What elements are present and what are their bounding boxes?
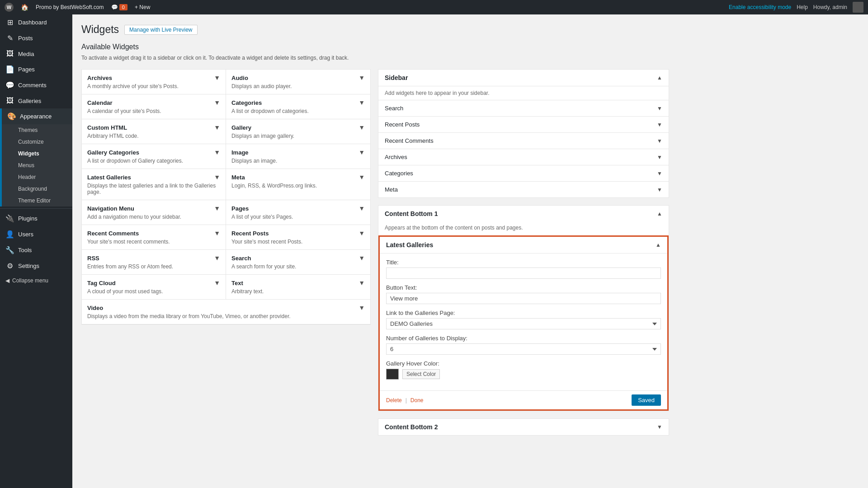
settings-icon: ⚙ (5, 262, 14, 270)
widget-expand-archives[interactable]: ▼ (214, 74, 220, 81)
recent-posts-chevron-icon: ▼ (657, 122, 662, 128)
latest-galleries-widget: Latest Galleries ▲ Title: Button Text: (378, 235, 669, 411)
widget-item-navigation-menu[interactable]: Navigation Menu ▼ Add a navigation menu … (82, 200, 226, 225)
widget-expand-text[interactable]: ▼ (359, 279, 365, 286)
admin-avatar (853, 2, 863, 13)
color-swatch[interactable] (386, 369, 399, 380)
lg-delete-link[interactable]: Delete (386, 397, 402, 404)
sidebar-item-dashboard[interactable]: ⊞Dashboard (0, 14, 72, 30)
tools-icon: 🔧 (5, 246, 14, 254)
saved-button[interactable]: Saved (632, 394, 661, 406)
sidebar-widget-recent-posts[interactable]: Recent Posts ▼ (378, 117, 669, 133)
sidebar-item-pages[interactable]: 📄Pages (0, 61, 72, 77)
sidebar-item-settings[interactable]: ⚙Settings (0, 258, 72, 274)
sidebar-item-posts[interactable]: ✎Posts (0, 30, 72, 46)
submenu-theme-editor[interactable]: Theme Editor (2, 195, 72, 206)
widget-item-recent-comments[interactable]: Recent Comments ▼ Your site's most recen… (82, 225, 226, 250)
widget-expand-recent-comments[interactable]: ▼ (214, 230, 220, 237)
lg-button-text-field: Button Text: (386, 284, 661, 304)
widget-item-latest-galleries[interactable]: Latest Galleries ▼ Displays the latest g… (82, 169, 226, 200)
widget-item-search[interactable]: Search ▼ A search form for your site. (226, 250, 370, 275)
widget-item-meta[interactable]: Meta ▼ Login, RSS, & WordPress.org links… (226, 169, 370, 200)
accessibility-link[interactable]: Enable accessibility mode (729, 4, 791, 10)
widget-expand-recent-posts[interactable]: ▼ (359, 230, 365, 237)
widget-expand-latest-galleries[interactable]: ▼ (214, 174, 220, 181)
widget-expand-audio[interactable]: ▼ (359, 74, 365, 81)
widget-item-video[interactable]: Video ▼ Displays a video from the media … (82, 300, 370, 324)
collapse-menu-button[interactable]: ◀ Collapse menu (0, 274, 72, 287)
widget-item-archives[interactable]: Archives ▼ A monthly archive of your sit… (82, 70, 226, 94)
submenu-customize[interactable]: Customize (2, 136, 72, 148)
widget-expand-rss[interactable]: ▼ (214, 254, 220, 262)
content-bottom-2-panel[interactable]: Content Bottom 2 ▼ (378, 418, 669, 436)
widget-expand-gallery[interactable]: ▼ (359, 124, 365, 131)
widget-expand-image[interactable]: ▼ (359, 149, 365, 156)
widget-expand-search[interactable]: ▼ (359, 254, 365, 262)
widget-expand-video[interactable]: ▼ (359, 304, 365, 311)
content-bottom-1-header[interactable]: Content Bottom 1 ▲ (378, 206, 669, 222)
lg-done-link[interactable]: Done (410, 397, 424, 404)
widget-expand-calendar[interactable]: ▼ (214, 99, 220, 106)
lg-number-field: Number of Galleries to Display: 6 (386, 335, 661, 355)
widget-item-gallery[interactable]: Gallery ▼ Displays an image gallery. (226, 119, 370, 144)
content-bottom-1-chevron-icon: ▲ (657, 211, 662, 217)
widget-item-categories[interactable]: Categories ▼ A list or dropdown of categ… (226, 94, 370, 119)
widget-expand-tag-cloud[interactable]: ▼ (214, 279, 220, 286)
submenu-background[interactable]: Background (2, 183, 72, 195)
widget-expand-meta[interactable]: ▼ (359, 174, 365, 181)
page-title-area: Widgets Manage with Live Preview (81, 23, 669, 36)
sidebar-widget-recent-comments[interactable]: Recent Comments ▼ (378, 133, 669, 149)
home-icon[interactable]: 🏠 (21, 4, 28, 11)
sidebar-panel-header[interactable]: Sidebar ▲ (378, 70, 669, 86)
dashboard-icon: ⊞ (5, 18, 14, 27)
sidebar-widget-meta[interactable]: Meta ▼ (378, 182, 669, 197)
widget-item-text[interactable]: Text ▼ Arbitrary text. (226, 275, 370, 300)
sidebar-item-users[interactable]: 👤Users (0, 226, 72, 242)
help-button[interactable]: Help (797, 4, 808, 10)
lg-button-text-input[interactable] (386, 293, 661, 304)
widget-item-calendar[interactable]: Calendar ▼ A calendar of your site's Pos… (82, 94, 226, 119)
collapse-arrow-icon: ◀ (5, 277, 9, 284)
sidebar-widget-search[interactable]: Search ▼ (378, 100, 669, 117)
sidebar-item-media[interactable]: 🖼Media (0, 46, 72, 61)
widget-item-image[interactable]: Image ▼ Displays an image. (226, 144, 370, 169)
widget-expand-pages[interactable]: ▼ (359, 205, 365, 212)
sidebar-widget-archives[interactable]: Archives ▼ (378, 149, 669, 165)
widget-item-rss[interactable]: RSS ▼ Entries from any RSS or Atom feed. (82, 250, 226, 275)
lg-hover-color-label: Gallery Hover Color: (386, 360, 661, 367)
widget-expand-navigation-menu[interactable]: ▼ (214, 205, 220, 212)
widget-item-custom-html[interactable]: Custom HTML ▼ Arbitrary HTML code. (82, 119, 226, 144)
live-preview-button[interactable]: Manage with Live Preview (124, 25, 197, 35)
lg-title-input[interactable] (386, 267, 661, 279)
sidebar-item-comments[interactable]: 💬Comments (0, 77, 72, 93)
widget-expand-custom-html[interactable]: ▼ (214, 124, 220, 131)
comment-count[interactable]: 💬 0 (111, 4, 127, 10)
galleries-icon: 🖼 (5, 97, 14, 105)
sidebar-item-plugins[interactable]: 🔌Plugins (0, 211, 72, 226)
new-item[interactable]: + New (135, 4, 150, 10)
widget-item-audio[interactable]: Audio ▼ Displays an audio player. (226, 70, 370, 94)
comments-icon: 💬 (5, 81, 14, 89)
lg-link-field: Link to the Galleries Page: DEMO Galleri… (386, 310, 661, 329)
submenu-themes[interactable]: Themes (2, 124, 72, 136)
widget-item-tag-cloud[interactable]: Tag Cloud ▼ A cloud of your most used ta… (82, 275, 226, 300)
sidebar-item-appearance[interactable]: 🎨Appearance Themes Customize Widgets Men… (0, 108, 72, 206)
select-color-button[interactable]: Select Color (402, 369, 440, 379)
submenu-menus[interactable]: Menus (2, 160, 72, 171)
sidebar-item-galleries[interactable]: 🖼Galleries (0, 93, 72, 108)
sidebar-widget-categories[interactable]: Categories ▼ (378, 165, 669, 182)
widget-item-recent-posts[interactable]: Recent Posts ▼ Your site's most recent P… (226, 225, 370, 250)
widget-item-gallery-categories[interactable]: Gallery Categories ▼ A list or dropdown … (82, 144, 226, 169)
archives-chevron-icon: ▼ (657, 154, 662, 160)
widget-expand-gallery-categories[interactable]: ▼ (214, 149, 220, 156)
lg-number-select[interactable]: 6 (386, 343, 661, 355)
submenu-header[interactable]: Header (2, 171, 72, 183)
sidebar-item-tools[interactable]: 🔧Tools (0, 242, 72, 258)
site-name[interactable]: Promo by BestWebSoft.com (36, 4, 104, 10)
lg-link-select[interactable]: DEMO Galleries (386, 318, 661, 329)
widget-expand-categories[interactable]: ▼ (359, 99, 365, 106)
recent-comments-chevron-icon: ▼ (657, 138, 662, 144)
sidebar-widgets-panel: Sidebar ▲ Add widgets here to appear in … (378, 69, 669, 198)
submenu-widgets[interactable]: Widgets (2, 148, 72, 160)
widget-item-pages[interactable]: Pages ▼ A list of your site's Pages. (226, 200, 370, 225)
